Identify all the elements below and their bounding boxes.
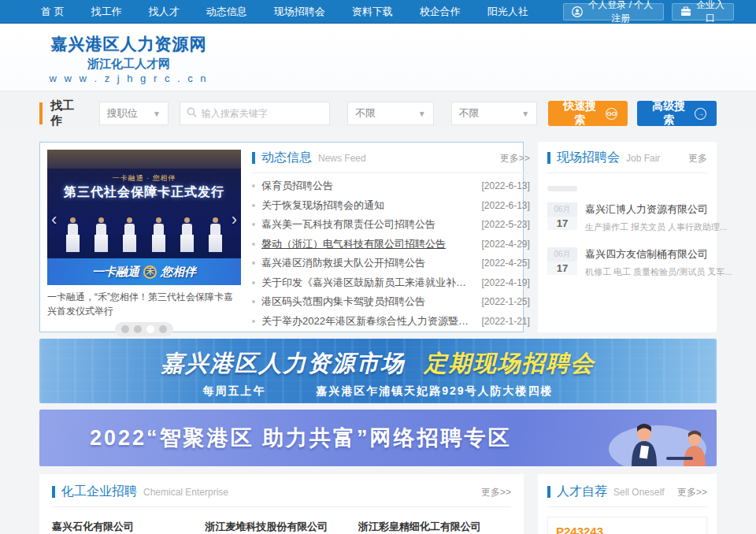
- search-filter1-select[interactable]: 不限 ▼: [347, 102, 434, 125]
- slide-banner-left: 一卡融通: [92, 265, 139, 280]
- chemical-title: 化工企业招聘: [61, 484, 137, 500]
- news-panel: 一卡融通 · 您相伴 第三代社会保障卡正式发行 一卡融通 禾 您相伴: [39, 142, 524, 332]
- person-figure: [180, 217, 194, 252]
- nav-item-find-job[interactable]: 找工作: [91, 5, 122, 19]
- bullet-icon: [252, 281, 255, 284]
- personal-login-button[interactable]: 个人登录 / 个人注册: [563, 3, 664, 20]
- slide-banner-right: 您相伴: [161, 265, 196, 280]
- slide-bottom-banner: 一卡融通 禾 您相伴: [47, 258, 241, 285]
- section-accent-bar: [252, 152, 255, 164]
- talent-title: 人才自荐: [557, 484, 607, 500]
- chemical-subtitle: Chemical Enterprise: [143, 487, 228, 498]
- site-subtitle: 浙江化工人才网: [44, 57, 213, 72]
- nav-item-find-talent[interactable]: 找人才: [149, 5, 180, 19]
- bullet-icon: [252, 320, 255, 323]
- person-figure: [66, 217, 80, 252]
- banner1-schedule: 每周五上午: [202, 384, 265, 397]
- slide-title: 第三代社会保障卡正式发行: [47, 184, 241, 201]
- news-list: 保育员招聘公告[2022-6-13] 关于恢复现场招聘会的通知[2022-6-1…: [252, 176, 530, 331]
- news-item[interactable]: 嘉兴美一瓦科技有限责任公司招聘公告[2022-5-23]: [252, 215, 530, 235]
- carousel-dot[interactable]: [159, 325, 167, 333]
- chemical-enterprise-panel: 化工企业招聘 Chemical Enterprise 更多>> 嘉兴石化有限公司…: [39, 474, 524, 534]
- section-accent-bar: [547, 152, 550, 164]
- job-fair-jobs: 生产操作工 报关文员 人事行政助理...: [585, 221, 727, 233]
- search-category-select[interactable]: 搜职位 ▼: [99, 102, 169, 125]
- search-label: 找工作: [50, 98, 85, 128]
- site-logo[interactable]: 嘉兴港区人力资源网 浙江化工人才网 w w w . z j h g r c . …: [44, 33, 213, 84]
- bullet-icon: [252, 261, 255, 265]
- job-fair-decoration: [547, 186, 577, 191]
- nav-item-downloads[interactable]: 资料下载: [352, 5, 393, 19]
- news-item[interactable]: 嘉兴港区消防救援大队公开招聘公告[2022-4-25]: [252, 254, 530, 273]
- carousel: 一卡融通 · 您相伴 第三代社会保障卡正式发行 一卡融通 禾 您相伴: [47, 150, 241, 324]
- company-item[interactable]: 嘉兴石化有限公司 工艺员 设备管理 警卫（残疾工）: [52, 520, 205, 534]
- chevron-down-icon: ▼: [418, 109, 426, 118]
- talent-header: 人才自荐 Sell Oneself 更多>>: [547, 484, 707, 507]
- enterprise-entry-button[interactable]: 企业入口: [672, 3, 734, 20]
- person-figure: [94, 217, 108, 252]
- advanced-search-label: 高级搜索: [647, 99, 690, 128]
- chemical-more-link[interactable]: 更多>>: [481, 486, 511, 499]
- news-title: 动态信息: [261, 150, 312, 166]
- job-fair-more-link[interactable]: 更多: [688, 152, 707, 165]
- carousel-slide[interactable]: 一卡融通 · 您相伴 第三代社会保障卡正式发行 一卡融通 禾 您相伴: [47, 150, 241, 285]
- company-item[interactable]: 浙江彩皇精细化工有限公司 普工（制造科） 营业担当: [358, 520, 511, 534]
- search-input[interactable]: [202, 108, 323, 119]
- bullet-icon: [252, 184, 255, 187]
- job-fair-company: 嘉兴汇博人力资源有限公司: [585, 202, 727, 217]
- job-fair-subtitle: Job Fair: [626, 153, 660, 164]
- search-band: 找工作 搜职位 ▼ 不限 ▼ 不限 ▼ 快速搜索 GO 高级搜索 →: [0, 91, 756, 135]
- carousel-prev-arrow[interactable]: ‹: [51, 211, 57, 228]
- talent-subtitle: Sell Oneself: [613, 487, 665, 498]
- business-people-illustration: [591, 411, 709, 466]
- nav-item-home[interactable]: 首 页: [41, 5, 65, 19]
- job-fair-item[interactable]: 06月 17 嘉兴汇博人力资源有限公司 生产操作工 报关文员 人事行政助理...: [547, 202, 707, 233]
- talent-more-link[interactable]: 更多>>: [677, 486, 707, 499]
- job-fair-jobs: 机修工 电工 质量检验员/测试员 叉车...: [585, 266, 732, 278]
- news-more-link[interactable]: 更多>>: [500, 152, 530, 165]
- search-filter2-select[interactable]: 不限 ▼: [451, 102, 538, 125]
- company-list: 嘉兴石化有限公司 工艺员 设备管理 警卫（残疾工） 浙江麦堆科技股份有限公司 销…: [52, 520, 511, 534]
- banner1-title-yellow: 定期现场招聘会: [424, 350, 595, 376]
- site-header: 嘉兴港区人力资源网 浙江化工人才网 w w w . z j h g r c . …: [0, 24, 756, 91]
- banner1-title-white: 嘉兴港区人力资源市场: [161, 350, 405, 376]
- talent-card[interactable]: P243243 男 ｜ 嘉兴市->嘉兴港区 ｜ 八年以上: [547, 517, 707, 534]
- person-figure: [209, 217, 222, 252]
- nav-item-school-cooperation[interactable]: 校企合作: [420, 5, 461, 19]
- date-badge: 06月 17: [547, 247, 577, 278]
- news-item[interactable]: 关于恢复现场招聘会的通知[2022-6-13]: [252, 196, 530, 216]
- date-badge: 06月 17: [547, 202, 577, 233]
- carousel-dot-active[interactable]: [146, 325, 154, 333]
- enterprise-entry-label: 企业入口: [695, 0, 725, 25]
- carousel-dot[interactable]: [121, 325, 129, 333]
- nav-item-news[interactable]: 动态信息: [206, 5, 247, 19]
- nav-item-job-fair[interactable]: 现场招聘会: [274, 5, 325, 19]
- news-feed: 动态信息 News Feed 更多>> 保育员招聘公告[2022-6-13] 关…: [252, 150, 530, 324]
- company-item[interactable]: 浙江麦堆科技股份有限公司 销售专员 会计 土建主管: [205, 520, 358, 534]
- nav-item-sunshine-hr[interactable]: 阳光人社: [487, 5, 528, 19]
- carousel-next-arrow[interactable]: ›: [232, 211, 237, 228]
- person-figure: [152, 217, 165, 252]
- advanced-search-button[interactable]: 高级搜索 →: [637, 101, 717, 126]
- search-filter1-value: 不限: [355, 106, 376, 121]
- quick-search-button[interactable]: 快速搜索 GO: [548, 101, 628, 126]
- news-item[interactable]: 关于印发《嘉兴港区鼓励新员工来港就业补助操作...[2022-4-19]: [252, 273, 530, 293]
- go-badge-icon: GO: [606, 108, 617, 120]
- carousel-caption[interactable]: 一卡融通，“禾”您相伴！第三代社会保障卡嘉兴首发仪式举行: [47, 290, 241, 318]
- news-subtitle: News Feed: [318, 153, 366, 164]
- online-recruitment-banner[interactable]: 2022“智聚港区 助力共富”网络招聘专区: [39, 410, 717, 466]
- news-item[interactable]: 关于举办2022年港区新春综合性人力资源暨春风...[2022-1-21]: [252, 312, 530, 332]
- talent-id: P243243: [556, 525, 699, 534]
- news-item[interactable]: 港区码头范围内集卡驾驶员招聘公告[2022-1-25]: [252, 292, 530, 312]
- chemical-header: 化工企业招聘 Chemical Enterprise 更多>>: [52, 484, 511, 507]
- briefcase-icon: [680, 6, 691, 17]
- news-item[interactable]: 保育员招聘公告[2022-6-13]: [252, 176, 530, 196]
- job-fair-banner[interactable]: 嘉兴港区人力资源市场 定期现场招聘会 每周五上午 嘉兴港区乍浦镇天妃路929号人…: [39, 339, 717, 403]
- search-input-wrap: [180, 102, 330, 125]
- job-fair-title: 现场招聘会: [557, 150, 620, 166]
- grain-seal-icon: 禾: [143, 265, 157, 279]
- job-fair-item[interactable]: 06月 17 嘉兴四方友信制桶有限公司 机修工 电工 质量检验员/测试员 叉车.…: [547, 247, 707, 278]
- bullet-icon: [252, 204, 255, 207]
- carousel-dot[interactable]: [134, 325, 142, 333]
- news-item-hovered[interactable]: 磐动（浙江）电气科技有限公司招聘公告[2022-4-29]: [252, 235, 530, 254]
